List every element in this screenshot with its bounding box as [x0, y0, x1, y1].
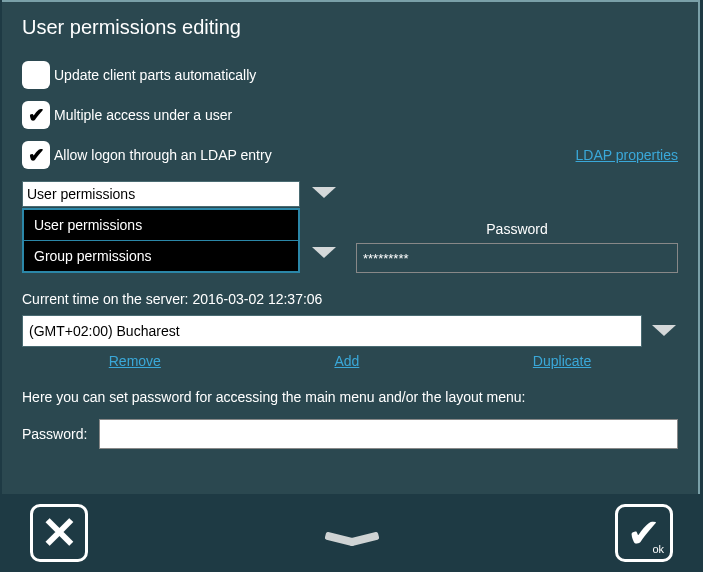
- close-icon: ✕: [41, 511, 78, 555]
- chevron-down-icon: [325, 535, 379, 549]
- multi-access-label: Multiple access under a user: [54, 107, 232, 123]
- duplicate-link[interactable]: Duplicate: [533, 353, 591, 369]
- menu-password-input[interactable]: [99, 419, 678, 449]
- ldap-properties-link[interactable]: LDAP properties: [576, 147, 678, 163]
- chevron-down-icon: [652, 325, 676, 336]
- auto-update-label: Update client parts automatically: [54, 67, 256, 83]
- timezone-select[interactable]: (GMT+02:00) Bucharest: [22, 315, 642, 347]
- ldap-logon-label: Allow logon through an LDAP entry: [54, 147, 272, 163]
- chevron-down-icon: [312, 187, 336, 198]
- dialog-title: User permissions editing: [2, 2, 698, 53]
- cancel-button[interactable]: ✕: [30, 504, 88, 562]
- permission-select[interactable]: User permissions: [22, 181, 300, 207]
- ok-button[interactable]: ✔ ok: [615, 504, 673, 562]
- auto-update-row: Update client parts automatically: [22, 61, 678, 89]
- multi-access-checkbox[interactable]: [22, 101, 50, 129]
- password-input[interactable]: [356, 243, 678, 273]
- ldap-logon-checkbox[interactable]: [22, 141, 50, 169]
- ok-label: ok: [652, 543, 664, 555]
- remove-link[interactable]: Remove: [109, 353, 161, 369]
- server-time-label: Current time on the server: 2016-03-02 1…: [22, 291, 678, 307]
- dropdown-option-group[interactable]: Group permissions: [24, 241, 298, 271]
- permission-dropdown: User permissions Group permissions: [22, 208, 300, 273]
- password-desc: Here you can set password for accessing …: [22, 389, 678, 405]
- auto-update-checkbox[interactable]: [22, 61, 50, 89]
- chevron-down-icon: [312, 247, 336, 258]
- add-link[interactable]: Add: [334, 353, 359, 369]
- password-label: Password: [356, 221, 678, 237]
- password2-label: Password:: [22, 426, 87, 442]
- multi-access-row: Multiple access under a user: [22, 101, 678, 129]
- dropdown-option-user[interactable]: User permissions: [24, 210, 298, 241]
